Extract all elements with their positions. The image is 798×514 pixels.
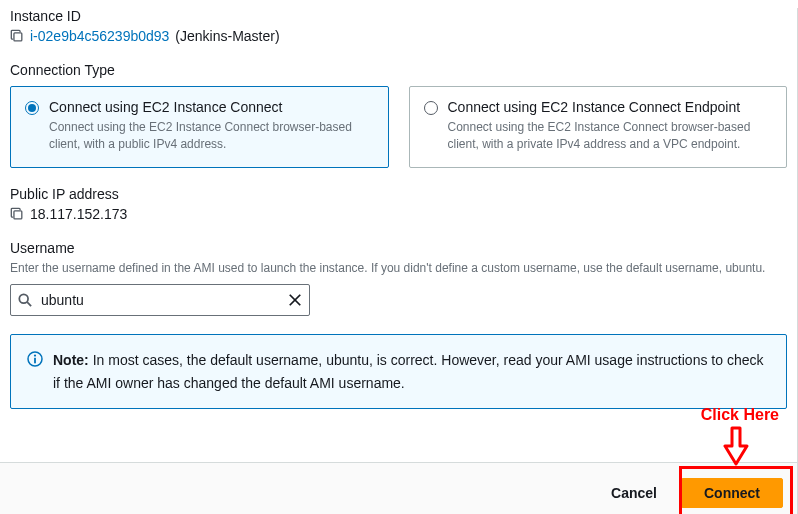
svg-rect-0	[14, 33, 22, 41]
username-input[interactable]	[10, 284, 310, 316]
info-icon	[27, 351, 43, 367]
svg-rect-8	[34, 358, 36, 364]
svg-point-2	[19, 295, 28, 304]
copy-icon[interactable]	[10, 207, 24, 221]
copy-icon[interactable]	[10, 29, 24, 43]
connection-type-options: Connect using EC2 Instance Connect Conne…	[10, 86, 787, 168]
svg-line-3	[27, 303, 31, 307]
note-body: In most cases, the default username, ubu…	[53, 352, 763, 390]
radio-icon	[25, 101, 39, 115]
public-ip-value: 18.117.152.173	[30, 206, 127, 222]
search-icon	[18, 293, 32, 307]
connection-option-ec2-instance-connect-endpoint[interactable]: Connect using EC2 Instance Connect Endpo…	[409, 86, 788, 168]
ec2-instance-connect-panel: Instance ID i-02e9b4c56239b0d93 (Jenkins…	[0, 8, 798, 514]
username-label: Username	[10, 240, 787, 256]
clear-icon[interactable]	[288, 293, 302, 307]
annotation-arrow-icon	[721, 426, 751, 466]
cancel-button[interactable]: Cancel	[601, 479, 667, 507]
note-text: Note: In most cases, the default usernam…	[53, 349, 770, 394]
note-box: Note: In most cases, the default usernam…	[10, 334, 787, 409]
footer: Cancel Connect	[0, 462, 797, 514]
connection-option-title: Connect using EC2 Instance Connect	[49, 99, 374, 115]
public-ip-row: 18.117.152.173	[10, 206, 787, 222]
connection-type-label: Connection Type	[10, 62, 787, 78]
instance-id-label: Instance ID	[10, 8, 787, 24]
connection-option-desc: Connect using the EC2 Instance Connect b…	[448, 119, 773, 153]
public-ip-label: Public IP address	[10, 186, 787, 202]
instance-id-row: i-02e9b4c56239b0d93 (Jenkins-Master)	[10, 28, 787, 44]
connect-button[interactable]: Connect	[681, 478, 783, 508]
instance-name: (Jenkins-Master)	[175, 28, 279, 44]
radio-icon	[424, 101, 438, 115]
username-desc: Enter the username defined in the AMI us…	[10, 260, 787, 277]
connection-option-ec2-instance-connect[interactable]: Connect using EC2 Instance Connect Conne…	[10, 86, 389, 168]
note-prefix: Note:	[53, 352, 89, 368]
connection-option-title: Connect using EC2 Instance Connect Endpo…	[448, 99, 773, 115]
svg-rect-1	[14, 211, 22, 219]
connection-option-desc: Connect using the EC2 Instance Connect b…	[49, 119, 374, 153]
instance-id-link[interactable]: i-02e9b4c56239b0d93	[30, 28, 169, 44]
svg-point-7	[34, 355, 36, 357]
